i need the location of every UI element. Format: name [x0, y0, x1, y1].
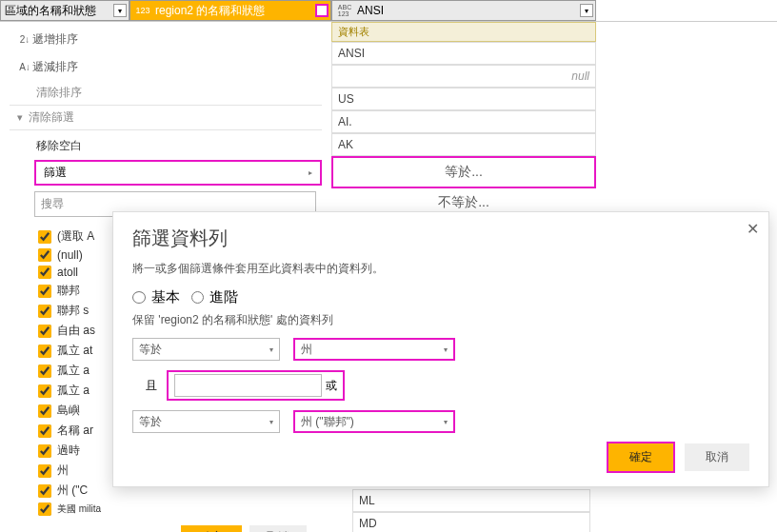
checkbox[interactable]: [38, 230, 51, 244]
chevron-down-icon: ▾: [444, 345, 448, 354]
item-label: 名稱 ar: [57, 423, 93, 439]
menu-buttons: 確定 取消: [10, 518, 322, 532]
checkbox[interactable]: [38, 305, 51, 318]
menu-label: 清除排序: [36, 85, 82, 101]
mode-radios: 基本 進階: [132, 288, 749, 306]
item-label: (null): [57, 248, 83, 262]
item-label: 過時: [57, 443, 80, 459]
checkbox[interactable]: [38, 248, 51, 262]
menu-label: 移除空白: [36, 139, 82, 152]
column-label: ANSI: [357, 4, 384, 17]
sort-ascending[interactable]: 2↓ 遞增排序: [10, 26, 322, 53]
table-row[interactable]: null: [331, 65, 596, 88]
dialog-description: 將一或多個篩選條件套用至此資料表中的資料列。: [132, 261, 749, 277]
filter-equals[interactable]: 等於...: [331, 156, 596, 188]
item-label: 孤立 a: [57, 383, 90, 399]
radio-or[interactable]: [174, 374, 322, 397]
checkbox[interactable]: [38, 285, 51, 298]
checkbox[interactable]: [38, 365, 51, 378]
menu-label: 清除篩選: [29, 109, 74, 126]
table-row[interactable]: MD: [352, 512, 590, 532]
list-item[interactable]: 美國 milita: [34, 501, 322, 518]
column-headers: 區域的名稱和狀態 ▾ 123 region2 的名稱和狀態 ▾ ABC123 A…: [0, 0, 777, 22]
column-label: region2 的名稱和狀態: [155, 3, 265, 19]
sort-asc-icon: 2↓: [17, 34, 32, 45]
and-or-radios: 且 或: [136, 370, 749, 401]
operator-select-2[interactable]: 等於 ▾: [132, 410, 280, 433]
type-abc123-icon: ABC123: [336, 4, 353, 17]
checkbox[interactable]: [38, 484, 51, 498]
chevron-down-icon: ▾: [269, 345, 273, 354]
radio-label: 進階: [209, 288, 238, 306]
item-label: 州 ("C: [57, 483, 88, 499]
cancel-button[interactable]: 取消: [685, 443, 749, 471]
radio-label: 且: [146, 378, 157, 394]
chevron-down-icon[interactable]: ▾: [113, 4, 127, 17]
item-label: 自由 as: [57, 323, 95, 339]
ok-button[interactable]: 確定: [181, 525, 242, 532]
radio-basic[interactable]: [132, 291, 146, 304]
close-icon[interactable]: ✕: [747, 220, 759, 238]
checkbox[interactable]: [38, 266, 51, 279]
checkbox[interactable]: [38, 345, 51, 358]
table-row[interactable]: ANSI: [331, 42, 596, 65]
radio-label: 或: [326, 378, 337, 394]
filter-submenu[interactable]: 篩選 ▸: [34, 160, 322, 186]
select-value: 州: [301, 342, 312, 358]
item-label: 孤立 at: [57, 343, 92, 359]
clear-filter[interactable]: ▾ 清除篩選: [10, 105, 322, 130]
menu-label: 遞減排序: [32, 59, 78, 75]
table-row[interactable]: AI.: [331, 110, 596, 133]
placeholder: 搜尋: [41, 197, 64, 210]
column-label: 區域的名稱和狀態: [5, 3, 96, 19]
checkbox[interactable]: [38, 464, 51, 478]
value-select-1[interactable]: 州 ▾: [293, 338, 455, 361]
checkbox[interactable]: [38, 424, 51, 438]
ok-button[interactable]: 確定: [608, 443, 673, 471]
dialog-title: 篩選資料列: [132, 226, 749, 251]
sort-descending[interactable]: A↓ 遞減排序: [10, 53, 322, 81]
item-label: 州: [57, 463, 69, 479]
item-label: 孤立 a: [57, 363, 90, 379]
chevron-down-icon: ▾: [269, 418, 273, 426]
chevron-down-icon[interactable]: ▾: [315, 4, 329, 17]
menu-label: 遞增排序: [32, 31, 78, 48]
chevron-right-icon: ▸: [309, 168, 312, 177]
item-label: (選取 A: [57, 228, 94, 245]
column-header-ansi[interactable]: ABC123 ANSI ▾: [331, 0, 596, 21]
chevron-down-icon[interactable]: ▾: [580, 4, 593, 17]
filter-rows-dialog: ✕ 篩選資料列 將一或多個篩選條件套用至此資料表中的資料列。 基本 進階 保留 …: [112, 211, 769, 487]
remove-blank[interactable]: 移除空白: [10, 130, 322, 160]
cancel-button[interactable]: 取消: [249, 525, 307, 532]
table-row[interactable]: US: [331, 88, 596, 110]
chevron-down-icon: ▾: [444, 418, 448, 426]
table-row[interactable]: ML: [352, 489, 590, 512]
item-label: 美國 milita: [57, 502, 101, 516]
value-select-2[interactable]: 州 ("聯邦") ▾: [293, 410, 455, 433]
sort-desc-icon: A↓: [17, 62, 32, 72]
funnel-icon: ▾: [17, 111, 23, 124]
item-label: 聯邦 s: [57, 303, 89, 319]
table-row[interactable]: AK: [331, 133, 596, 156]
type-123-icon: 123: [134, 4, 151, 17]
data-preview-lower: ML MD: [352, 489, 590, 532]
item-label: 聯邦: [57, 283, 80, 299]
select-value: 州 ("聯邦"): [301, 414, 354, 430]
column-header-region2[interactable]: 123 region2 的名稱和狀態 ▾: [130, 0, 331, 21]
clear-sort[interactable]: 清除排序: [10, 81, 322, 105]
checkbox[interactable]: [38, 502, 51, 516]
menu-label: 篩選: [44, 165, 67, 181]
checkbox[interactable]: [38, 384, 51, 398]
select-value: 等於: [139, 414, 162, 430]
checkbox[interactable]: [38, 444, 51, 458]
radio-label: 基本: [151, 288, 180, 306]
select-value: 等於: [139, 342, 162, 358]
table-tab[interactable]: 資料表: [331, 22, 596, 42]
radio-advanced[interactable]: [191, 291, 204, 304]
checkbox[interactable]: [38, 404, 51, 418]
column-header-region[interactable]: 區域的名稱和狀態 ▾: [0, 0, 130, 21]
keep-rows-label: 保留 'region2 的名稱和狀態' 處的資料列: [132, 312, 749, 328]
item-label: 島嶼: [57, 403, 80, 419]
checkbox[interactable]: [38, 325, 51, 338]
operator-select-1[interactable]: 等於 ▾: [132, 338, 280, 361]
